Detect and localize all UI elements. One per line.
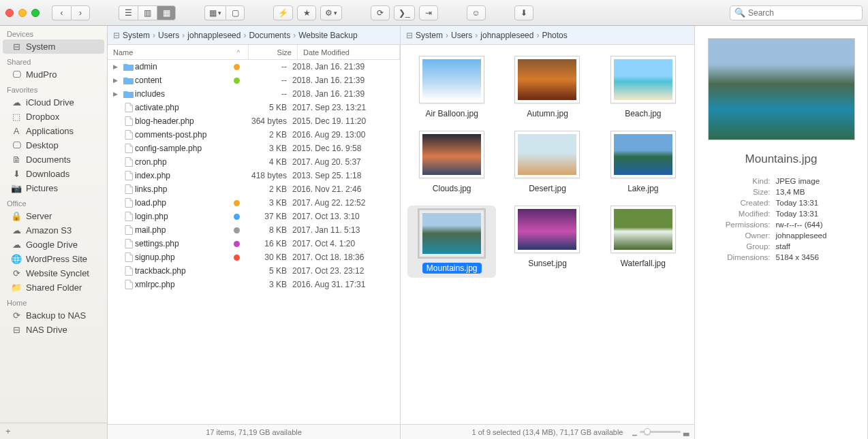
file-row[interactable]: index.php418 bytes2013. Sep 25. 1:18: [108, 169, 400, 182]
sidebar-item[interactable]: AApplications: [0, 124, 107, 138]
file-row[interactable]: cron.php4 KB2017. Aug 20. 5:37: [108, 155, 400, 169]
breadcrumb-segment[interactable]: Photos: [542, 31, 567, 40]
zoom-out-icon: ▁: [632, 429, 637, 436]
sidebar-item[interactable]: ⊟System: [3, 39, 104, 54]
sidebar-item[interactable]: ☁Google Drive: [0, 238, 107, 252]
sidebar-item[interactable]: 🔒Server: [0, 209, 107, 223]
file-row[interactable]: signup.php30 KB2017. Oct 18. 18:36: [108, 250, 400, 264]
chevron-left-icon: ‹: [61, 8, 63, 18]
file-row[interactable]: mail.php8 KB2017. Jan 11. 5:13: [108, 223, 400, 237]
breadcrumb-segment[interactable]: Users: [158, 31, 179, 40]
file-size: --: [243, 62, 292, 71]
column-header-date[interactable]: Date Modified: [298, 45, 400, 59]
sidebar-item[interactable]: 📷Pictures: [0, 181, 107, 195]
file-row[interactable]: settings.php16 KB2017. Oct 4. 1:20: [108, 237, 400, 250]
file-size: 8 KB: [243, 225, 292, 235]
file-row[interactable]: load.php3 KB2017. Aug 22. 12:52: [108, 196, 400, 210]
view-columns-button[interactable]: ▥: [138, 5, 157, 20]
breadcrumb-segment[interactable]: Website Backup: [298, 31, 358, 40]
file-row[interactable]: links.php2 KB2016. Nov 21. 2:46: [108, 182, 400, 196]
breadcrumb-segment[interactable]: System: [123, 31, 150, 40]
disclosure-triangle-icon[interactable]: ▶: [113, 91, 123, 97]
search-input[interactable]: [748, 8, 858, 18]
breadcrumb-segment[interactable]: System: [416, 31, 443, 40]
file-name: cron.php: [135, 157, 230, 167]
apps-icon: A: [11, 126, 22, 136]
file-row[interactable]: activate.php5 KB2017. Sep 23. 13:21: [108, 101, 400, 114]
file-row[interactable]: ▶content--2018. Jan 16. 21:39: [108, 74, 400, 87]
thumbnail-item[interactable]: Sunset.jpg: [503, 206, 591, 278]
download-button[interactable]: ⬇: [514, 5, 533, 20]
search-field[interactable]: 🔍: [730, 5, 863, 20]
file-row[interactable]: trackback.php5 KB2017. Oct 23. 23:12: [108, 264, 400, 278]
favorite-button[interactable]: ★: [297, 5, 316, 20]
thumbnail-item[interactable]: Desert.jpg: [503, 131, 591, 193]
thumbnail-item[interactable]: Mountains.jpg: [407, 206, 496, 278]
transfer-button[interactable]: ⇥: [419, 5, 438, 20]
file-size: 2 KB: [243, 184, 292, 194]
right-pane: ⊟ System › Users › johnappleseed › Photo…: [401, 26, 695, 439]
thumbnail-item[interactable]: Waterfall.jpg: [599, 206, 687, 278]
file-row[interactable]: xmlrpc.php3 KB2016. Aug 31. 17:31: [108, 278, 400, 291]
breadcrumb-segment[interactable]: Documents: [249, 31, 290, 40]
column-header-name[interactable]: Name^: [108, 45, 249, 59]
sync-button[interactable]: ⟳: [371, 5, 390, 20]
close-window-button[interactable]: [5, 9, 14, 17]
thumbnail-item[interactable]: Air Balloon.jpg: [407, 56, 496, 118]
file-row[interactable]: login.php37 KB2017. Oct 13. 3:10: [108, 210, 400, 223]
metadata-value: Today 13:31: [776, 199, 856, 207]
minimize-window-button[interactable]: [18, 9, 27, 17]
view-list-button[interactable]: ☰: [119, 5, 138, 20]
arrange-button[interactable]: ▦▾: [204, 5, 226, 20]
sidebar-item[interactable]: ⬚Dropbox: [0, 110, 107, 124]
forward-button[interactable]: ›: [71, 5, 90, 20]
thumbnail-item[interactable]: Autumn.jpg: [503, 56, 591, 118]
sidebar-item[interactable]: ⊟NAS Drive: [0, 323, 107, 337]
sidebar-item[interactable]: ⟳Backup to NAS: [0, 308, 107, 323]
monitor-icon: 🖵: [11, 69, 22, 80]
disclosure-triangle-icon[interactable]: ▶: [113, 63, 123, 70]
thumbnail-item[interactable]: Clouds.jpg: [407, 131, 496, 193]
sidebar-item-label: iCloud Drive: [26, 97, 74, 108]
file-row[interactable]: blog-header.php364 bytes2015. Dec 19. 11…: [108, 114, 400, 128]
view-icons-button[interactable]: ▦: [157, 5, 176, 20]
emoji-button[interactable]: ☺: [467, 5, 486, 20]
sidebar-item[interactable]: ☁Amazon S3: [0, 223, 107, 238]
sidebar-item[interactable]: ☁iCloud Drive: [0, 95, 107, 110]
breadcrumb-segment[interactable]: johnappleseed: [480, 31, 533, 40]
dropbox-icon: ⬚: [11, 112, 22, 122]
file-row[interactable]: ▶admin--2018. Jan 16. 21:39: [108, 60, 400, 74]
metadata-key: Created:: [707, 199, 771, 207]
file-row[interactable]: config-sample.php3 KB2015. Dec 16. 9:58: [108, 142, 400, 155]
sidebar-item[interactable]: 📁Shared Folder: [0, 280, 107, 295]
breadcrumb-segment[interactable]: Users: [451, 31, 472, 40]
sidebar-item[interactable]: 🌐WordPress Site: [0, 252, 107, 266]
sidebar-item[interactable]: ⬇Downloads: [0, 167, 107, 181]
tag-dot: [230, 227, 243, 233]
file-row[interactable]: ▶includes--2018. Jan 16. 21:39: [108, 87, 400, 101]
file-row[interactable]: comments-post.php2 KB2016. Aug 29. 13:00: [108, 128, 400, 142]
back-button[interactable]: ‹: [52, 5, 71, 20]
thumbnail-image: [514, 56, 580, 103]
terminal-button[interactable]: ❯_: [394, 5, 415, 20]
sidebar-item[interactable]: 🗎Documents: [0, 152, 107, 167]
metadata-key: Permissions:: [707, 221, 771, 229]
sidebar-item-label: NAS Drive: [26, 325, 67, 335]
sidebar-item[interactable]: 🖵MudPro: [0, 67, 107, 82]
column-header-size[interactable]: Size: [249, 45, 298, 59]
action-menu-button[interactable]: ⚙▾: [320, 5, 342, 20]
zoom-window-button[interactable]: [31, 9, 40, 17]
file-name: blog-header.php: [135, 116, 230, 126]
thumbnail-label: Autumn.jpg: [527, 109, 568, 118]
sidebar-item[interactable]: ⟳Website Synclet: [0, 266, 107, 280]
zoom-slider[interactable]: ▁ ▃: [632, 427, 689, 436]
sidebar-item[interactable]: 🖵Desktop: [0, 138, 107, 152]
sidebar-add-button[interactable]: +: [0, 423, 107, 439]
thumbnail-item[interactable]: Beach.jpg: [599, 56, 687, 118]
cloud-icon: ☁: [11, 97, 22, 108]
thumbnail-item[interactable]: Lake.jpg: [599, 131, 687, 193]
breadcrumb-segment[interactable]: johnappleseed: [187, 31, 241, 40]
quick-action-button[interactable]: ⚡: [273, 5, 293, 20]
disclosure-triangle-icon[interactable]: ▶: [113, 77, 123, 84]
new-document-button[interactable]: ▢: [226, 5, 245, 20]
